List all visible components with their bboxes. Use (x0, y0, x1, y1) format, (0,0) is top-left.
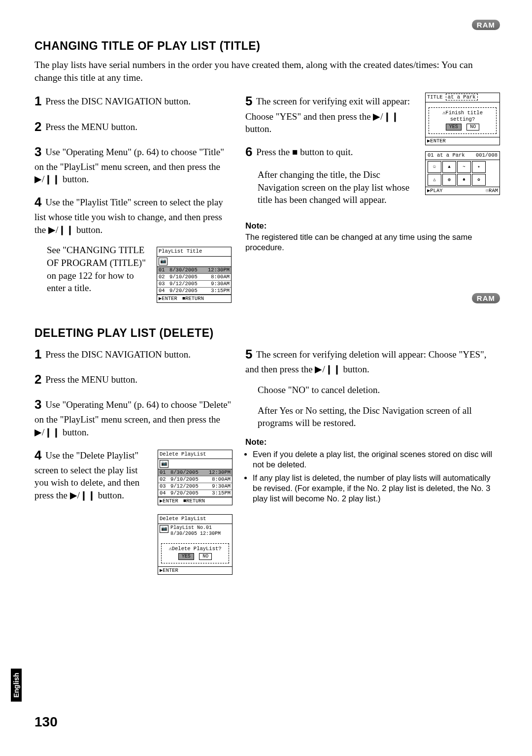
list-item: 039/12/20059:30AM (158, 483, 232, 490)
note-body: Even if you delete a play list, the orig… (245, 449, 500, 504)
list-item: 018/30/200512:30PM (158, 469, 232, 476)
note-body: The registered title can be changed at a… (245, 232, 500, 253)
list-item: 029/10/20058:00AM (157, 274, 231, 281)
language-tab: English (11, 669, 22, 702)
dialog-prompt: ⚠Delete PlayList? (164, 546, 227, 552)
camera-icon: 📷 (160, 525, 168, 533)
list-item: 039/12/20059:30AM (157, 281, 231, 288)
step-1-text: Press the DISC NAVIGATION button. (45, 96, 191, 106)
thumb-cell: ♣ (457, 174, 471, 186)
step-4: 4 Use the "Delete Playlist" screen to se… (34, 447, 149, 502)
section2-col-right: 5 The screen for verifying deletion will… (245, 346, 500, 575)
step-4-text: Use the "Delete Playlist" screen to sele… (34, 450, 139, 500)
note-bullet: If any play list is deleted, the number … (253, 473, 500, 504)
step-4: 4 Use the "Playlist Title" screen to sel… (34, 194, 232, 236)
step-3: 3 Use "Operating Menu" (p. 64) to choose… (34, 396, 232, 438)
step-2: 2 Press the MENU button. (34, 118, 232, 135)
list-item: 049/20/20053:15PM (157, 288, 231, 295)
yes-button: YES (446, 124, 462, 131)
step-2: 2 Press the MENU button. (34, 371, 232, 388)
no-button: NO (466, 124, 479, 131)
section2-columns: 1 Press the DISC NAVIGATION button. 2 Pr… (34, 346, 500, 575)
foot-ram: ☉RAM (486, 188, 498, 194)
section2-col-left: 1 Press the DISC NAVIGATION button. 2 Pr… (34, 346, 232, 575)
screenshot-title-confirm: TITLE at a Park ⚠Finish title setting? Y… (425, 93, 500, 145)
screenshot-delete-confirm: Delete PlayList 📷 PlayList No.01 8/30/20… (158, 514, 233, 575)
thumb-header-left: 01 at a Park (428, 152, 465, 159)
step-2-text: Press the MENU button. (45, 122, 137, 132)
step-5: 5 The screen for verifying deletion will… (245, 346, 500, 376)
thumb-header-right: 001/008 (476, 152, 498, 159)
screenshot-thumb-nav: 01 at a Park001/008 ☺ ▲ ~ ✦ △ ◍ ♣ ✿ ▶PLA… (425, 151, 500, 195)
step-3: 3 Use "Operating Menu" (p. 64) to choose… (34, 143, 232, 186)
step-5-extra2: After Yes or No setting, the Disc Naviga… (245, 404, 500, 429)
dialog-prompt: ⚠Finish title setting? (431, 110, 494, 123)
camera-icon: 📷 (160, 460, 168, 468)
thumb-cell: ✦ (472, 161, 486, 173)
no-button: NO (199, 553, 212, 560)
step-1: 1 Press the DISC NAVIGATION button. (34, 346, 232, 363)
note-label: Note: (245, 437, 500, 447)
step-3-text: Use "Operating Menu" (p. 64) to choose "… (34, 399, 231, 437)
page-number: 130 (34, 714, 58, 730)
step-5-text: The screen for verifying exit will appea… (245, 96, 410, 134)
section1-columns: 1 Press the DISC NAVIGATION button. 2 Pr… (34, 93, 500, 303)
screenshot-delete-playlist: Delete PlayList 📷 018/30/200512:30PM 029… (158, 450, 233, 506)
list-item: 049/20/20053:15PM (158, 490, 232, 497)
step-1-text: Press the DISC NAVIGATION button. (45, 349, 191, 360)
section1-heading: CHANGING TITLE OF PLAY LIST (TITLE) (34, 39, 500, 53)
confirm-line2: 8/30/2005 12:30PM (170, 531, 221, 537)
ms-title-label: TITLE (427, 94, 443, 100)
section2-heading: DELETING PLAY LIST (DELETE) (34, 327, 500, 340)
step-5-text: The screen for verifying deletion will a… (245, 349, 487, 374)
step-1: 1 Press the DISC NAVIGATION button. (34, 93, 232, 110)
list-item: 029/10/20058:00AM (158, 476, 232, 483)
thumb-cell: ~ (457, 161, 471, 173)
ms-header: Delete PlayList (158, 450, 232, 459)
camera-icon: 📷 (159, 258, 167, 265)
thumb-cell: △ (428, 174, 441, 186)
section1-col-left: 1 Press the DISC NAVIGATION button. 2 Pr… (34, 93, 232, 303)
note-bullet: Even if you delete a play list, the orig… (253, 449, 500, 470)
section1-intro: The play lists have serial numbers in th… (34, 59, 500, 84)
ms-header: Delete PlayList (158, 515, 232, 524)
step-2-text: Press the MENU button. (45, 374, 137, 385)
thumb-cell: ☺ (428, 161, 441, 173)
ram-badge: RAM (472, 293, 500, 303)
foot-play: ▶PLAY (427, 188, 443, 194)
step-6-text: Press the ■ button to quit. (256, 147, 353, 157)
step-4-extra: See "CHANGING TITLE OF PROGRAM (TITLE)" … (34, 244, 148, 295)
manual-page: RAM CHANGING TITLE OF PLAY LIST (TITLE) … (0, 0, 532, 756)
yes-button: YES (178, 553, 194, 560)
thumb-cell: ◍ (442, 174, 456, 186)
screenshot-playlist-title: PlayList Title 📷 018/30/200512:30PM 029/… (157, 247, 232, 303)
list-item: 018/30/200512:30PM (157, 267, 231, 274)
step-5-extra1: Choose "NO" to cancel deletion. (245, 384, 500, 396)
thumb-cell: ▲ (442, 161, 456, 173)
ms-header: PlayList Title (157, 247, 231, 256)
thumb-cell: ✿ (472, 174, 486, 186)
section1-col-right: TITLE at a Park ⚠Finish title setting? Y… (245, 93, 500, 303)
confirm-line1: PlayList No.01 (170, 525, 221, 531)
step-4-text: Use the "Playlist Title" screen to selec… (34, 197, 223, 235)
ram-badge: RAM (472, 20, 500, 30)
note-label: Note: (245, 221, 500, 231)
ms-title-value: at a Park (446, 94, 478, 100)
step-3-text: Use "Operating Menu" (p. 64) to choose "… (34, 147, 224, 185)
